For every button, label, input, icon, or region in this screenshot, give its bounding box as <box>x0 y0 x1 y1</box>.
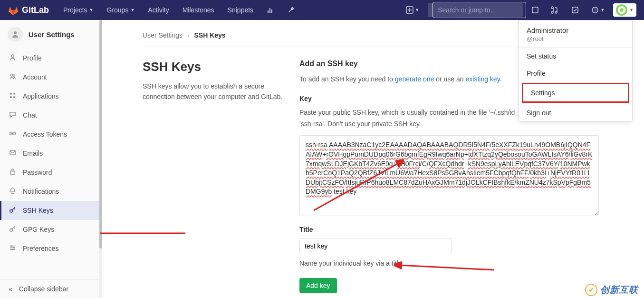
svg-rect-18 <box>10 150 15 155</box>
chevron-down-icon: ▼ <box>629 8 634 12</box>
svg-rect-11 <box>13 93 15 95</box>
collapse-label: Collapse sidebar <box>19 285 68 293</box>
sidebar-item-label: Account <box>23 73 47 81</box>
primary-nav: Projects▼ Groups▼ Activity Milestones Sn… <box>58 2 300 18</box>
sidebar-item-preferences[interactable]: Preferences <box>0 239 99 258</box>
sidebar-item-account[interactable]: Account <box>0 68 99 87</box>
key-icon <box>9 225 16 234</box>
svg-text:?: ? <box>594 8 596 12</box>
sidebar-title[interactable]: User Settings <box>0 20 99 49</box>
merge-requests-icon[interactable] <box>548 3 563 17</box>
sidebar-item-label: Password <box>23 169 52 176</box>
svg-rect-10 <box>10 93 11 95</box>
users-icon <box>9 73 16 81</box>
avatar-icon <box>616 4 627 16</box>
svg-point-8 <box>10 74 13 76</box>
sidebar-item-chat[interactable]: Chat <box>0 106 99 125</box>
existing-key-link[interactable]: existing key <box>466 75 500 83</box>
grid-icon <box>9 92 16 100</box>
ssh-key-textarea[interactable]: ssh-rsa AAAAB3NzaC1yc2EAAAADAQABAAABAQDR… <box>299 135 599 216</box>
sidebar-item-label: Chat <box>23 111 37 119</box>
nav-activity[interactable]: Activity <box>143 2 173 18</box>
generate-one-link[interactable]: generate one <box>395 75 434 83</box>
chevron-down-icon: ▼ <box>130 8 135 12</box>
sidebar-item-applications[interactable]: Applications <box>0 87 99 106</box>
svg-point-24 <box>11 249 13 250</box>
brand-text: GitLab <box>22 5 49 15</box>
chat-icon <box>9 111 16 119</box>
header-right: ▼ ?▼ ▼ <box>402 3 636 17</box>
sidebar-item-password[interactable]: Password <box>0 163 99 182</box>
dropdown-header: Administrator @root <box>519 20 632 47</box>
title-hint: Name your individual key via a title <box>299 258 599 269</box>
dropdown-item-profile[interactable]: Profile <box>519 65 632 82</box>
bell-icon <box>9 187 16 196</box>
token-icon <box>9 130 16 139</box>
sidebar-item-label: GPG Keys <box>23 226 54 233</box>
dropdown-item-set-status[interactable]: Set status <box>519 48 632 65</box>
page-description: SSH keys allow you to establish a secure… <box>143 81 285 102</box>
user-dropdown: Administrator @root Set statusProfileSet… <box>519 20 633 122</box>
sidebar-item-label: Emails <box>23 149 43 157</box>
nav-milestones[interactable]: Milestones <box>178 2 219 18</box>
title-label: Title <box>299 226 599 233</box>
sidebar-item-emails[interactable]: Emails <box>0 144 99 163</box>
collapse-sidebar[interactable]: « Collapse sidebar <box>0 279 99 298</box>
svg-point-23 <box>13 247 14 248</box>
user-avatar-button[interactable]: ▼ <box>613 3 636 17</box>
nav-chart-icon[interactable] <box>262 2 279 18</box>
svg-point-7 <box>11 55 14 58</box>
chevron-down-icon: ▼ <box>415 8 419 12</box>
user-icon <box>9 54 16 62</box>
title-input[interactable] <box>299 238 452 254</box>
search-box[interactable] <box>428 3 523 17</box>
top-navbar: GitLab Projects▼ Groups▼ Activity Milest… <box>0 0 644 20</box>
sidebar-item-label: Notifications <box>23 188 59 195</box>
main-content: User Settings › SSH Keys SSH Keys SSH ke… <box>100 20 644 298</box>
svg-rect-2 <box>532 7 538 13</box>
chevron-down-icon: ▼ <box>600 8 605 12</box>
mail-icon <box>9 149 16 158</box>
sidebar-item-notifications[interactable]: Notifications <box>0 182 99 201</box>
breadcrumb-current: SSH Keys <box>194 31 226 39</box>
chevron-down-icon: ▼ <box>89 8 94 12</box>
issues-icon[interactable] <box>528 3 543 17</box>
svg-point-15 <box>10 133 11 134</box>
sidebar-item-ssh-keys[interactable]: SSH Keys <box>0 201 99 220</box>
watermark-icon: ✔ <box>585 284 597 296</box>
svg-rect-12 <box>10 96 11 98</box>
plus-button[interactable]: ▼ <box>402 3 423 17</box>
svg-point-17 <box>13 133 14 134</box>
sliders-icon <box>9 244 16 253</box>
help-icon[interactable]: ?▼ <box>587 3 608 17</box>
nav-wrench-icon[interactable] <box>283 2 300 18</box>
sidebar-item-label: Preferences <box>23 245 58 252</box>
nav-snippets[interactable]: Snippets <box>223 2 258 18</box>
watermark-text: 创新互联 <box>600 284 638 296</box>
gitlab-icon <box>8 4 19 16</box>
dropdown-item-sign-out[interactable]: Sign out <box>519 104 632 121</box>
sidebar-item-label: Profile <box>23 54 42 62</box>
sidebar-item-label: Access Tokens <box>23 130 67 138</box>
add-key-button[interactable]: Add key <box>299 278 337 293</box>
svg-point-9 <box>13 75 15 77</box>
key-icon <box>9 206 16 215</box>
search-input[interactable] <box>433 2 526 18</box>
chevron-left-icon: « <box>9 285 12 293</box>
lock-icon <box>9 168 16 177</box>
svg-rect-13 <box>13 96 15 98</box>
sidebar-item-gpg-keys[interactable]: GPG Keys <box>0 220 99 239</box>
nav-groups[interactable]: Groups▼ <box>102 2 140 18</box>
svg-point-16 <box>12 133 13 134</box>
brand-logo[interactable]: GitLab <box>8 4 49 16</box>
svg-rect-19 <box>10 171 14 175</box>
dropdown-user-handle: @root <box>527 35 625 42</box>
sidebar-item-label: Applications <box>23 92 59 100</box>
sidebar-item-access-tokens[interactable]: Access Tokens <box>0 125 99 144</box>
sidebar-item-profile[interactable]: Profile <box>0 49 99 68</box>
svg-point-6 <box>14 31 17 34</box>
dropdown-item-settings[interactable]: Settings <box>522 83 629 103</box>
breadcrumb-parent[interactable]: User Settings <box>143 31 183 39</box>
nav-projects[interactable]: Projects▼ <box>58 2 98 18</box>
todos-icon[interactable] <box>567 3 583 17</box>
